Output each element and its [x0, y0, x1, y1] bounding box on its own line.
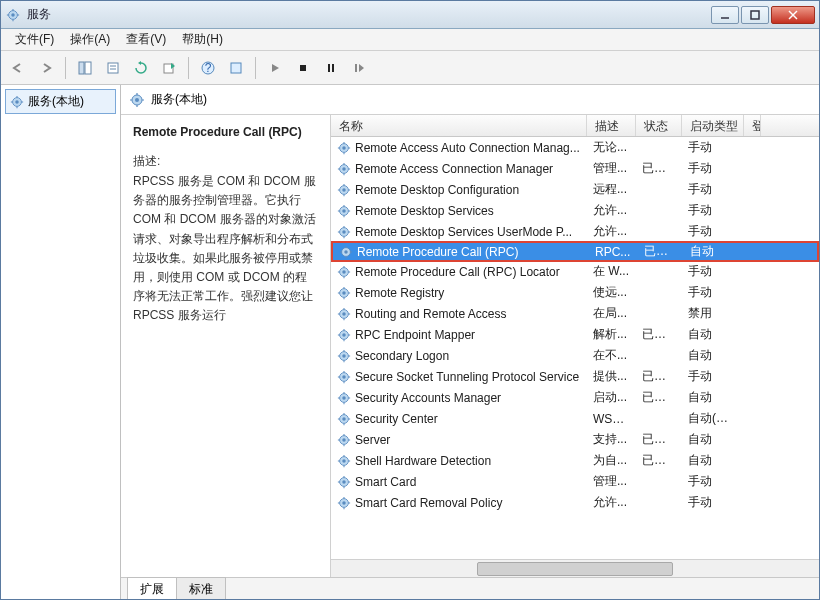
menu-help[interactable]: 帮助(H)	[174, 29, 231, 50]
close-button[interactable]	[771, 6, 815, 24]
header-startup-type[interactable]: 启动类型	[682, 115, 744, 136]
service-row[interactable]: RPC Endpoint Mapper解析...已启动自动	[331, 324, 819, 345]
gear-icon	[337, 475, 351, 489]
svg-text:?: ?	[205, 61, 212, 75]
service-name: Remote Procedure Call (RPC)	[357, 245, 518, 259]
service-startup: 自动(延迟...	[682, 410, 744, 427]
forward-button[interactable]	[33, 55, 59, 81]
show-hide-tree-button[interactable]	[72, 55, 98, 81]
gear-icon	[337, 286, 351, 300]
tab-extended[interactable]: 扩展	[127, 577, 177, 600]
export-button[interactable]	[156, 55, 182, 81]
description-text: RPCSS 服务是 COM 和 DCOM 服务器的服务控制管理器。它执行 COM…	[133, 172, 318, 326]
help-button[interactable]: ?	[195, 55, 221, 81]
header-description[interactable]: 描述	[587, 115, 636, 136]
service-startup: 手动	[682, 263, 744, 280]
service-row[interactable]: Remote Desktop Services UserMode P...允许.…	[331, 221, 819, 242]
header-logon[interactable]: 登	[744, 115, 761, 136]
service-status: 已启动	[636, 431, 682, 448]
gear-icon	[337, 204, 351, 218]
service-status: 已启动	[636, 160, 682, 177]
svg-rect-7	[751, 11, 759, 19]
service-row[interactable]: Remote Desktop Configuration远程...手动	[331, 179, 819, 200]
svg-rect-21	[332, 64, 334, 72]
refresh-button[interactable]	[128, 55, 154, 81]
service-desc: 在局...	[587, 305, 636, 322]
restart-service-button[interactable]	[346, 55, 372, 81]
service-name: Security Center	[355, 412, 438, 426]
service-startup: 手动	[682, 139, 744, 156]
service-desc: 在 W...	[587, 263, 636, 280]
service-name: Remote Registry	[355, 286, 444, 300]
menu-bar: 文件(F) 操作(A) 查看(V) 帮助(H)	[1, 29, 819, 51]
maximize-button[interactable]	[741, 6, 769, 24]
service-row[interactable]: Remote Desktop Services允许...手动	[331, 200, 819, 221]
service-startup: 自动	[682, 326, 744, 343]
menu-file[interactable]: 文件(F)	[7, 29, 62, 50]
menu-action[interactable]: 操作(A)	[62, 29, 118, 50]
service-desc: 解析...	[587, 326, 636, 343]
service-startup: 手动	[682, 284, 744, 301]
toolbar-extra-button[interactable]	[223, 55, 249, 81]
tab-standard[interactable]: 标准	[176, 577, 226, 600]
service-desc: 启动...	[587, 389, 636, 406]
tree-root-services[interactable]: 服务(本地)	[5, 89, 116, 114]
minimize-button[interactable]	[711, 6, 739, 24]
back-button[interactable]	[5, 55, 31, 81]
scrollbar-thumb[interactable]	[477, 562, 672, 576]
service-row[interactable]: Smart Card Removal Policy允许...手动	[331, 492, 819, 513]
header-status[interactable]: 状态	[636, 115, 682, 136]
service-row[interactable]: Secure Socket Tunneling Protocol Service…	[331, 366, 819, 387]
service-desc: 远程...	[587, 181, 636, 198]
service-name: Smart Card Removal Policy	[355, 496, 502, 510]
gear-icon	[129, 92, 145, 108]
service-status: 已启动	[638, 243, 684, 260]
horizontal-scrollbar[interactable]	[331, 559, 819, 577]
service-desc: 使远...	[587, 284, 636, 301]
menu-view[interactable]: 查看(V)	[118, 29, 174, 50]
service-desc: 允许...	[587, 223, 636, 240]
toolbar: ?	[1, 51, 819, 85]
gear-icon	[337, 412, 351, 426]
service-list: 名称 描述 状态 启动类型 登 Remote Access Auto Conne…	[331, 115, 819, 577]
service-row[interactable]: Remote Procedure Call (RPC) Locator在 W..…	[331, 261, 819, 282]
gear-icon	[337, 391, 351, 405]
pause-service-button[interactable]	[318, 55, 344, 81]
service-startup: 手动	[682, 494, 744, 511]
service-row[interactable]: Secondary Logon在不...自动	[331, 345, 819, 366]
service-desc: RPC...	[589, 245, 638, 259]
service-row[interactable]: Remote Procedure Call (RPC)RPC...已启动自动	[331, 241, 819, 262]
service-startup: 手动	[682, 202, 744, 219]
tree-pane: 服务(本地)	[1, 85, 121, 599]
service-startup: 禁用	[682, 305, 744, 322]
column-headers: 名称 描述 状态 启动类型 登	[331, 115, 819, 137]
gear-icon	[337, 265, 351, 279]
properties-button[interactable]	[100, 55, 126, 81]
service-row[interactable]: Security CenterWSC...自动(延迟...	[331, 408, 819, 429]
stop-service-button[interactable]	[290, 55, 316, 81]
start-service-button[interactable]	[262, 55, 288, 81]
service-startup: 手动	[682, 181, 744, 198]
toolbar-separator	[65, 57, 66, 79]
service-row[interactable]: Remote Registry使远...手动	[331, 282, 819, 303]
gear-icon	[10, 95, 24, 109]
service-row[interactable]: Security Accounts Manager启动...已启动自动	[331, 387, 819, 408]
svg-rect-18	[231, 63, 241, 73]
view-tabs: 扩展 标准	[121, 577, 819, 599]
service-startup: 自动	[682, 431, 744, 448]
svg-rect-19	[300, 65, 306, 71]
detail-pane: Remote Procedure Call (RPC) 描述: RPCSS 服务…	[121, 115, 331, 577]
service-row[interactable]: Remote Access Connection Manager管理...已启动…	[331, 158, 819, 179]
service-row[interactable]: Shell Hardware Detection为自...已启动自动	[331, 450, 819, 471]
pane-header: 服务(本地)	[121, 85, 819, 114]
service-name: Routing and Remote Access	[355, 307, 506, 321]
service-row[interactable]: Server支持...已启动自动	[331, 429, 819, 450]
service-row[interactable]: Smart Card管理...手动	[331, 471, 819, 492]
service-rows[interactable]: Remote Access Auto Connection Manag...无论…	[331, 137, 819, 559]
header-name[interactable]: 名称	[331, 115, 587, 136]
service-name: Remote Access Auto Connection Manag...	[355, 141, 580, 155]
svg-rect-20	[328, 64, 330, 72]
service-row[interactable]: Routing and Remote Access在局...禁用	[331, 303, 819, 324]
service-row[interactable]: Remote Access Auto Connection Manag...无论…	[331, 137, 819, 158]
selected-service-title: Remote Procedure Call (RPC)	[133, 125, 318, 139]
